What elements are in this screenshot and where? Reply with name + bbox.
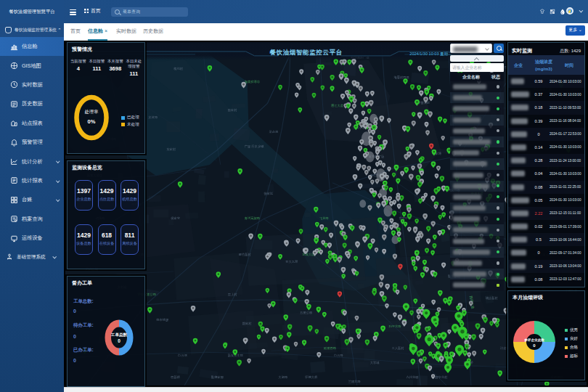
svg-text:2024/1/30 10:03 星期二: 2024/1/30 10:03 星期二 (409, 52, 452, 56)
svg-text:0%: 0% (88, 118, 96, 125)
svg-text:白云路: 白云路 (334, 354, 344, 357)
svg-text:都市桃源: 都市桃源 (155, 318, 169, 322)
svg-text:飞龙路: 飞龙路 (319, 216, 330, 220)
svg-text:餐饮油烟智能监控云平台: 餐饮油烟智能监控云平台 (269, 49, 342, 56)
svg-text:莱茵湖郡: 莱茵湖郡 (417, 101, 430, 105)
svg-text:勤德家园: 勤德家园 (211, 375, 224, 379)
svg-text:白云溪: 白云溪 (178, 354, 188, 357)
svg-text:大学城: 大学城 (370, 361, 380, 364)
svg-text:工单总数: 工单总数 (110, 332, 127, 338)
svg-text:大观路: 大观路 (278, 375, 288, 379)
svg-text:五星公园: 五星公园 (300, 311, 312, 314)
svg-text:参评企业总数: 参评企业总数 (523, 338, 544, 343)
svg-text:0: 0 (118, 338, 121, 343)
svg-text:和平北路: 和平北路 (389, 325, 402, 329)
svg-text:0: 0 (533, 343, 536, 348)
svg-text:西新桥: 西新桥 (171, 375, 181, 379)
svg-text:九州花园: 九州花园 (406, 375, 418, 379)
svg-text:海棠鲜酒店: 海棠鲜酒店 (245, 80, 261, 83)
svg-text:通江大道: 通江大道 (330, 103, 343, 107)
svg-text:采菱港: 采菱港 (269, 130, 279, 134)
svg-text:龙城大道: 龙城大道 (302, 253, 314, 256)
svg-text:处理率: 处理率 (84, 109, 99, 115)
svg-text:兰陵北路: 兰陵北路 (348, 380, 362, 383)
svg-text:怀德大桥: 怀德大桥 (304, 375, 318, 379)
svg-text:水波路: 水波路 (148, 115, 158, 119)
svg-text:百大九洲: 百大九洲 (285, 260, 298, 264)
svg-text:侯家宅: 侯家宅 (171, 216, 180, 220)
svg-text:青洋高架路: 青洋高架路 (245, 216, 261, 220)
svg-text:延陵西路: 延陵西路 (323, 346, 337, 350)
